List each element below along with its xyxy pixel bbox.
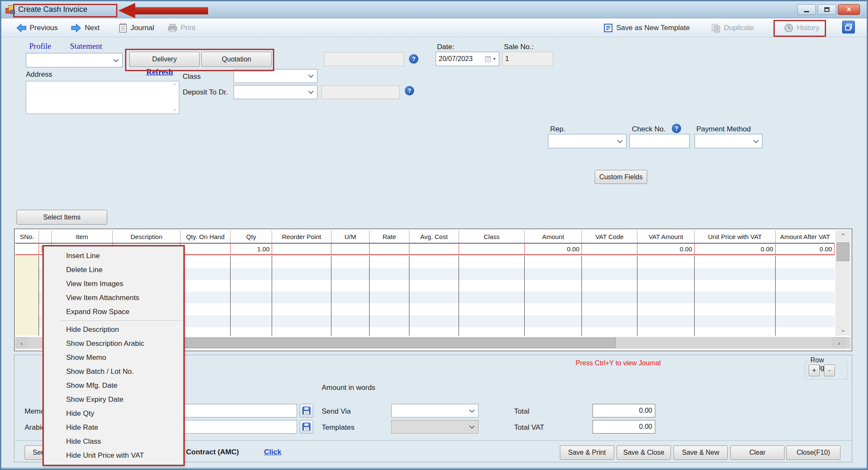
column-header-avg-cost: Avg. Cost xyxy=(409,231,459,243)
date-picker[interactable]: 20/07/2023 ▼ xyxy=(436,52,499,66)
menu-item-view-item-images[interactable]: View Item Images xyxy=(44,277,183,291)
profile-link[interactable]: Profile xyxy=(29,42,51,51)
history-button[interactable]: History xyxy=(781,21,822,35)
cell-qty-on-hand[interactable] xyxy=(181,244,231,254)
scroll-right-icon[interactable]: › xyxy=(832,337,846,349)
cell-class[interactable] xyxy=(459,244,525,254)
cascade-windows-button[interactable] xyxy=(842,21,855,33)
journal-button[interactable]: Journal xyxy=(116,21,157,35)
templates-combobox[interactable] xyxy=(391,420,479,434)
refresh-link[interactable]: Refresh xyxy=(146,67,173,77)
reference-field[interactable] xyxy=(324,52,404,66)
arrow-left-icon xyxy=(16,23,27,33)
menu-item-show-memo[interactable]: Show Memo xyxy=(44,350,183,364)
menu-item-hide-unit-price-with-vat[interactable]: Hide Unit Price with VAT xyxy=(44,448,183,462)
menu-item-show-description-arabic[interactable]: Show Description Arabic xyxy=(44,337,183,350)
menu-item-view-item-attachments[interactable]: View Item Attachments xyxy=(44,291,183,305)
next-label: Next xyxy=(85,24,100,32)
save-and-print-button[interactable]: Save & Print xyxy=(560,445,614,460)
scroll-up-icon[interactable]: ⌃ xyxy=(835,231,851,242)
duplicate-button[interactable]: Duplicate xyxy=(708,21,757,35)
cell-amount-after-vat[interactable]: 0.00 xyxy=(776,244,835,254)
menu-item-expand-row-space[interactable]: Expand Row Space xyxy=(44,305,183,319)
help-icon[interactable]: ? xyxy=(672,124,681,133)
cell-avg-cost[interactable] xyxy=(409,244,459,254)
help-icon[interactable]: ? xyxy=(409,54,418,64)
cell-unit-price-with-vat[interactable]: 0.00 xyxy=(695,244,776,254)
print-button[interactable]: Print xyxy=(165,21,198,35)
cell-sno[interactable] xyxy=(15,244,39,254)
total-vat-field[interactable]: 0.00 xyxy=(593,420,655,434)
next-button[interactable]: Next xyxy=(68,21,102,35)
minimize-icon xyxy=(804,11,809,12)
grid-col-reorder-point xyxy=(272,256,331,336)
deposit-to-dr-combobox[interactable] xyxy=(234,85,317,99)
print-icon xyxy=(167,23,178,33)
print-label: Print xyxy=(181,24,195,32)
save-and-close-button[interactable]: Save & Close xyxy=(617,445,671,460)
row-height-decrease-button[interactable]: - xyxy=(824,364,835,376)
save-as-new-template-button[interactable]: Save as New Template xyxy=(601,21,693,35)
profile-combobox[interactable] xyxy=(26,53,122,67)
scroll-down-icon[interactable]: ⌄ xyxy=(172,106,177,112)
rep-combobox[interactable] xyxy=(548,134,626,148)
menu-item-show-expiry-date[interactable]: Show Expiry Date xyxy=(44,392,183,406)
clear-button[interactable]: Clear xyxy=(730,445,785,460)
chevron-down-icon xyxy=(753,138,759,143)
menu-item-insert-line[interactable]: Insert Line xyxy=(44,249,183,263)
row-height-increase-button[interactable]: + xyxy=(809,364,820,376)
contract-click-link[interactable]: Click xyxy=(264,448,281,456)
duplicate-label: Duplicate xyxy=(724,24,754,32)
maximize-button[interactable] xyxy=(818,4,836,15)
minimize-button[interactable] xyxy=(797,4,816,15)
menu-item-hide-class[interactable]: Hide Class xyxy=(44,434,183,448)
column-header-selector xyxy=(39,231,52,243)
vertical-scroll-thumb[interactable] xyxy=(837,242,849,261)
menu-item-delete-line[interactable]: Delete Line xyxy=(44,263,183,277)
scroll-down-icon[interactable]: ⌄ xyxy=(835,324,851,335)
cell-reorder-point[interactable] xyxy=(272,244,331,254)
cell-qty[interactable]: 1.00 xyxy=(231,244,272,254)
statement-link[interactable]: Statement xyxy=(70,42,102,51)
cell-rate[interactable] xyxy=(370,244,409,254)
sale-no-field[interactable]: 1 xyxy=(502,52,553,66)
grid-col-avg-cost xyxy=(409,256,459,336)
grid-col-vat-code xyxy=(582,256,637,336)
menu-item-hide-description[interactable]: Hide Description xyxy=(44,323,183,337)
payment-method-combobox[interactable] xyxy=(695,134,762,148)
cell-vat-code[interactable] xyxy=(582,244,637,254)
memo-label: Memo xyxy=(25,407,45,416)
column-header-amount: Amount xyxy=(525,231,582,243)
send-via-combobox[interactable] xyxy=(391,404,479,417)
check-no-field[interactable] xyxy=(629,134,690,148)
scroll-left-icon[interactable]: ‹ xyxy=(15,337,28,349)
check-no-label: Check No. xyxy=(632,125,665,133)
column-header-qty-on-hand: Qty. On Hand xyxy=(181,231,231,243)
menu-item-show-batch-lot-no[interactable]: Show Batch / Lot No. xyxy=(44,364,183,378)
cell-amount[interactable]: 0.00 xyxy=(525,244,582,254)
menu-item-hide-rate[interactable]: Hide Rate xyxy=(44,420,183,434)
close-f10-button[interactable]: Close(F10) xyxy=(786,445,840,460)
memo-save-button[interactable] xyxy=(300,404,313,417)
close-button[interactable]: × xyxy=(838,4,860,15)
quotation-button[interactable]: Quotation xyxy=(201,52,272,67)
deposit-account-field[interactable] xyxy=(321,85,400,99)
help-icon[interactable]: ? xyxy=(405,86,414,95)
scroll-up-icon[interactable]: ⌃ xyxy=(172,83,177,89)
menu-item-hide-qty[interactable]: Hide Qty xyxy=(44,406,183,420)
save-and-new-button[interactable]: Save & New xyxy=(673,445,728,460)
cell-um[interactable] xyxy=(331,244,370,254)
select-items-button[interactable]: Select Items xyxy=(17,210,107,225)
address-textarea[interactable] xyxy=(26,81,179,114)
previous-button[interactable]: Previous xyxy=(13,21,60,35)
delivery-button[interactable]: Delivery xyxy=(129,52,200,67)
cell-vat-amount[interactable]: 0.00 xyxy=(637,244,695,254)
address-label: Address xyxy=(26,70,52,79)
custom-fields-button[interactable]: Custom Fields xyxy=(595,170,647,184)
total-field[interactable]: 0.00 xyxy=(593,404,655,417)
arabic-save-button[interactable] xyxy=(300,420,313,434)
save-as-new-template-label: Save as New Template xyxy=(616,24,690,32)
menu-item-show-mfg-date[interactable]: Show Mfg. Date xyxy=(44,378,183,392)
class-combobox[interactable] xyxy=(234,69,317,83)
close-icon: × xyxy=(847,5,851,14)
